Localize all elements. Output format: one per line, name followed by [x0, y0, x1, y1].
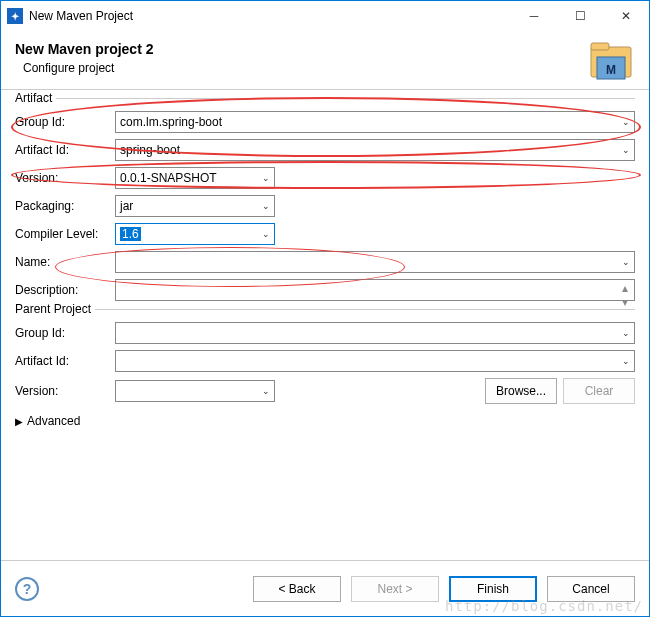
parent-artifact-id-combo[interactable]: ⌄: [115, 350, 635, 372]
next-button[interactable]: Next >: [351, 576, 439, 602]
packaging-combo[interactable]: jar⌄: [115, 195, 275, 217]
name-combo[interactable]: ⌄: [115, 251, 635, 273]
svg-rect-1: [591, 43, 609, 50]
compiler-level-combo[interactable]: 1.6⌄: [115, 223, 275, 245]
chevron-down-icon: ⌄: [262, 173, 270, 183]
compiler-level-label: Compiler Level:: [15, 227, 109, 241]
parent-version-label: Version:: [15, 384, 109, 398]
artifact-group-title: Artifact: [15, 91, 56, 105]
app-icon: ✦: [7, 8, 23, 24]
parent-version-combo[interactable]: ⌄: [115, 380, 275, 402]
chevron-down-icon: ⌄: [622, 328, 630, 338]
description-label: Description:: [15, 283, 109, 297]
watermark: http://blog.csdn.net/: [445, 598, 643, 614]
parent-project-group: Parent Project Group Id: ⌄ Artifact Id: …: [15, 309, 635, 404]
back-button[interactable]: < Back: [253, 576, 341, 602]
version-combo[interactable]: 0.0.1-SNAPSHOT⌄: [115, 167, 275, 189]
svg-text:M: M: [606, 63, 616, 77]
maximize-button[interactable]: ☐: [557, 1, 603, 31]
window-title: New Maven Project: [29, 9, 511, 23]
parent-group-id-label: Group Id:: [15, 326, 109, 340]
version-label: Version:: [15, 171, 109, 185]
advanced-label: Advanced: [27, 414, 80, 428]
advanced-toggle[interactable]: ▶ Advanced: [15, 414, 635, 428]
chevron-down-icon: ⌄: [262, 386, 270, 396]
artifact-group: Artifact Group Id: com.lm.spring-boot⌄ A…: [15, 98, 635, 301]
clear-button[interactable]: Clear: [563, 378, 635, 404]
artifact-id-combo[interactable]: spring-boot⌄: [115, 139, 635, 161]
page-subtitle: Configure project: [23, 61, 635, 75]
browse-button[interactable]: Browse...: [485, 378, 557, 404]
group-id-label: Group Id:: [15, 115, 109, 129]
triangle-right-icon: ▶: [15, 416, 23, 427]
chevron-down-icon: ⌄: [622, 257, 630, 267]
help-icon[interactable]: ?: [15, 577, 39, 601]
chevron-down-icon: ⌄: [262, 201, 270, 211]
artifact-id-label: Artifact Id:: [15, 143, 109, 157]
parent-artifact-id-label: Artifact Id:: [15, 354, 109, 368]
minimize-button[interactable]: ─: [511, 1, 557, 31]
page-title: New Maven project 2: [15, 41, 635, 57]
titlebar: ✦ New Maven Project ─ ☐ ✕: [1, 1, 649, 31]
parent-group-id-combo[interactable]: ⌄: [115, 322, 635, 344]
parent-group-title: Parent Project: [15, 302, 95, 316]
packaging-label: Packaging:: [15, 199, 109, 213]
chevron-down-icon: ⌄: [622, 356, 630, 366]
name-label: Name:: [15, 255, 109, 269]
chevron-down-icon: ⌄: [262, 229, 270, 239]
group-id-combo[interactable]: com.lm.spring-boot⌄: [115, 111, 635, 133]
maven-folder-icon: M: [587, 37, 635, 85]
dialog-header: New Maven project 2 Configure project M: [1, 31, 649, 90]
spinner-icon: ▴▾: [618, 281, 632, 299]
close-button[interactable]: ✕: [603, 1, 649, 31]
chevron-down-icon: ⌄: [622, 117, 630, 127]
chevron-down-icon: ⌄: [622, 145, 630, 155]
description-input[interactable]: ▴▾: [115, 279, 635, 301]
